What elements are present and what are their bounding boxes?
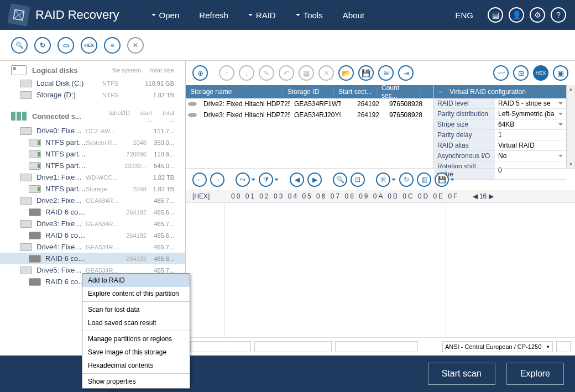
connected-row[interactable]: NTFS partition720896110.9... [0, 148, 185, 160]
top-bar: RAID Recovery OpenRefreshRAIDToolsAbout … [0, 0, 575, 30]
hex-view-icon[interactable]: HEX [533, 65, 548, 81]
settings-icon[interactable]: ⚙ [530, 7, 545, 23]
connected-row[interactable]: RAID 6 com...264192465.6... [0, 229, 185, 241]
back-icon[interactable]: ← [192, 173, 207, 187]
start-scan-button[interactable]: Start scan [428, 363, 495, 385]
undo-icon[interactable]: ↶ [279, 65, 294, 81]
prev-icon[interactable]: ◀ [290, 173, 304, 187]
disk-icon [11, 65, 27, 75]
activity-icon[interactable]: 〰 [493, 65, 509, 81]
logical-disk-row[interactable]: Storage (D:)NTFS1.82 TB [0, 89, 185, 101]
next-icon[interactable]: ▶ [307, 173, 322, 187]
connected-row[interactable]: Drive2: Fixed ...GEA534R...465.7... [0, 195, 185, 206]
open-icon[interactable]: 📂 [338, 65, 354, 81]
explore-button[interactable]: Explore [506, 363, 564, 385]
middle-panels: Storage name Storage ID Start sect... Co… [186, 85, 575, 168]
context-menu-item[interactable]: Scan for lost data [82, 303, 190, 316]
view-icon[interactable]: ≡ [104, 37, 121, 54]
drive-table-row[interactable]: Drive3: Fixed Hitachi HDP7250...GEA534RJ… [186, 109, 433, 121]
hex-toolbar: ← → ↪ ⧩ ◀ ▶ 🔍 ⊡ ⎘ ↻ ▥ 💾 [186, 168, 575, 190]
chart-icon[interactable]: ⊞ [513, 65, 529, 81]
right-toolbar: ⊕ ↑ ↓ ✎ ↶ ▦ ✕ 📂 💾 ≋ ⇥ 〰 ⊞ HEX ▣ [186, 61, 575, 85]
connected-row[interactable]: Drive3: Fixed ...GEA534R...465.7... [0, 218, 185, 229]
main-toolbar: 🔍 ↻ ▭ HEX ≡ ✕ [0, 30, 575, 61]
status-bar: ANSI - Central European / CP-1250▼ [186, 338, 575, 356]
hex-header: [HEX] 00 01 02 03 04 05 06 07 08 09 0A 0… [186, 190, 575, 202]
drive-table: Storage name Storage ID Start sect... Co… [186, 85, 433, 168]
refresh-icon[interactable]: ↻ [34, 37, 51, 54]
menu-open[interactable]: Open [142, 11, 190, 20]
columns-icon[interactable]: ▥ [417, 173, 431, 187]
reload-icon[interactable]: ↻ [399, 173, 414, 187]
save-icon[interactable]: 💾 [358, 65, 374, 81]
raid-config-row[interactable]: Parity delay1 [434, 130, 566, 140]
menu-tools[interactable]: Tools [286, 11, 333, 20]
target-icon[interactable]: ⊕ [192, 65, 208, 81]
logical-disk-row[interactable]: Local Disk (C:)NTFS110.91 GB [0, 77, 185, 89]
context-menu-item[interactable]: Show properties [82, 375, 190, 388]
jump-icon[interactable]: ↪ [236, 173, 250, 187]
raid-config-row[interactable]: Asynchronous I/ONo [434, 151, 566, 161]
save-hex-icon[interactable]: 💾 [435, 173, 449, 187]
user-icon[interactable]: 👤 [509, 7, 524, 23]
language-selector[interactable]: ENG [455, 11, 473, 20]
layers-icon[interactable]: ≋ [378, 65, 394, 81]
context-menu-item[interactable]: Hexadecimal contents [82, 359, 190, 372]
app-logo-icon [7, 3, 30, 27]
panel-icon[interactable]: ▤ [488, 7, 503, 23]
status-box-3 [335, 341, 418, 352]
help-icon[interactable]: ? [551, 7, 566, 23]
connected-row[interactable]: NTFS partitionSystem R...2048350.0... [0, 137, 185, 148]
hex-mode-icon[interactable]: HEX [81, 37, 97, 54]
menu-refresh[interactable]: Refresh [189, 11, 238, 20]
logical-disks-header: Logical disks file systemtotal size [0, 63, 185, 77]
export-icon[interactable]: ⇥ [398, 65, 414, 81]
menu-raid[interactable]: RAID [238, 11, 286, 20]
remove-icon[interactable]: ✕ [318, 65, 334, 81]
status-box-1 [190, 341, 251, 352]
list-icon[interactable]: ▭ [58, 37, 74, 54]
drive-table-row[interactable]: Drive2: Fixed Hitachi HDP7250...GEA534RF… [186, 98, 433, 109]
context-menu-item[interactable]: Explore content of this partition [82, 287, 190, 300]
find-icon[interactable]: 🔍 [333, 173, 347, 187]
up-icon[interactable]: ↑ [219, 65, 234, 81]
connected-row[interactable]: Drive4: Fixed ...GEA534R...465.7... [0, 241, 185, 253]
raid-config-row[interactable]: Stripe size64KB [434, 119, 566, 130]
menu-about[interactable]: About [333, 11, 374, 20]
connected-row[interactable]: NTFS partition23332...545.0... [0, 160, 185, 171]
context-menu-item[interactable]: Load saved scan result [82, 316, 190, 330]
encoding-selector[interactable]: ANSI - Central European / CP-1250▼ [442, 341, 553, 352]
bookmark-icon[interactable]: ⧩ [259, 173, 273, 187]
edit-icon[interactable]: ✎ [259, 65, 274, 81]
context-menu: Add to RAIDExplore content of this parti… [82, 273, 190, 389]
raid-config-header: −Virtual RAID configuration [434, 85, 566, 98]
raid-config-row[interactable]: RAID levelRAID 5 - stripe se [434, 98, 566, 109]
search-icon[interactable]: 🔍 [11, 37, 28, 54]
connected-row[interactable]: RAID 6 com...264192465.6... [0, 253, 185, 264]
right-pane: ⊕ ↑ ↓ ✎ ↶ ▦ ✕ 📂 💾 ≋ ⇥ 〰 ⊞ HEX ▣ Storage … [186, 61, 575, 356]
scroll-bar[interactable]: ▲▼ [566, 85, 575, 168]
connected-row[interactable]: NTFS partitionStorage20481.82 TB [0, 183, 185, 195]
connected-row[interactable]: RAID 6 com...264192465.6... [0, 206, 185, 218]
context-menu-item[interactable]: Add to RAID [82, 274, 190, 287]
down-icon[interactable]: ↓ [239, 65, 254, 81]
status-box-2 [254, 341, 332, 352]
context-menu-item[interactable]: Save image of this storage [82, 346, 190, 359]
close-icon[interactable]: ✕ [127, 37, 144, 54]
window-icon[interactable]: ▣ [553, 65, 568, 81]
zoom-icon[interactable]: ⊡ [351, 173, 365, 187]
grid-icon[interactable]: ▦ [299, 65, 314, 81]
hex-viewer[interactable] [186, 202, 575, 338]
connected-row[interactable]: Drive1: Fixed ...WD-WCC...1.82 TB [0, 171, 185, 183]
status-box-5 [556, 341, 571, 352]
menu-bar: OpenRefreshRAIDToolsAbout [142, 11, 374, 20]
copy-icon[interactable]: ⎘ [376, 173, 390, 187]
raid-config-row[interactable]: Parity distributionLeft-Symmetric (ba [434, 109, 566, 119]
connected-icon [11, 112, 27, 121]
drive-table-header: Storage name Storage ID Start sect... Co… [186, 85, 433, 98]
context-menu-item[interactable]: Manage partitions or regions [82, 332, 190, 346]
connected-storages-header: Connected s... label/IDstart ...total ..… [0, 107, 185, 125]
forward-icon[interactable]: → [210, 173, 224, 187]
connected-row[interactable]: Drive0: Fixed ...OCZ-AW...111.7... [0, 125, 185, 137]
raid-config-row[interactable]: RAID aliasVirtual RAID [434, 140, 566, 151]
